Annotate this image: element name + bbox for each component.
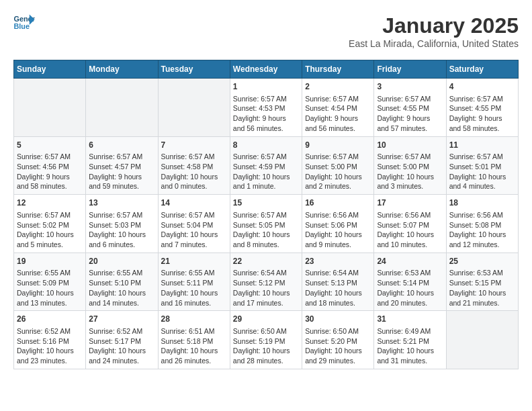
calendar-cell — [446, 311, 518, 369]
month-title: January 2025 — [349, 13, 519, 38]
day-info: Sunrise: 6:49 AM Sunset: 5:21 PM Dayligh… — [377, 326, 443, 366]
calendar-cell: 11Sunrise: 6:57 AM Sunset: 5:01 PM Dayli… — [446, 136, 518, 195]
day-info: Sunrise: 6:55 AM Sunset: 5:10 PM Dayligh… — [89, 268, 154, 308]
day-info: Sunrise: 6:57 AM Sunset: 5:05 PM Dayligh… — [233, 210, 299, 250]
weekday-header-saturday: Saturday — [446, 60, 518, 79]
day-number: 10 — [377, 140, 443, 151]
weekday-header-wednesday: Wednesday — [230, 60, 302, 79]
day-number: 13 — [89, 197, 154, 209]
calendar-cell — [14, 79, 86, 137]
day-number: 30 — [305, 314, 371, 325]
calendar-cell: 21Sunrise: 6:55 AM Sunset: 5:11 PM Dayli… — [158, 253, 230, 311]
day-number: 17 — [377, 197, 443, 209]
day-number: 27 — [89, 314, 154, 325]
calendar-cell: 3Sunrise: 6:57 AM Sunset: 4:55 PM Daylig… — [374, 79, 446, 137]
calendar-cell: 8Sunrise: 6:57 AM Sunset: 4:59 PM Daylig… — [230, 136, 302, 195]
calendar-cell: 13Sunrise: 6:57 AM Sunset: 5:03 PM Dayli… — [86, 195, 158, 253]
day-number: 29 — [233, 314, 299, 325]
calendar-cell: 10Sunrise: 6:57 AM Sunset: 5:00 PM Dayli… — [374, 136, 446, 195]
day-info: Sunrise: 6:57 AM Sunset: 4:53 PM Dayligh… — [233, 94, 299, 134]
day-number: 26 — [17, 314, 83, 325]
day-number: 12 — [17, 197, 83, 209]
day-number: 14 — [161, 197, 227, 209]
weekday-header-sunday: Sunday — [14, 60, 86, 79]
calendar-week-row: 26Sunrise: 6:52 AM Sunset: 5:16 PM Dayli… — [14, 311, 519, 369]
calendar-cell: 15Sunrise: 6:57 AM Sunset: 5:05 PM Dayli… — [230, 195, 302, 253]
calendar-cell: 12Sunrise: 6:57 AM Sunset: 5:02 PM Dayli… — [14, 195, 86, 253]
day-number: 23 — [305, 256, 371, 267]
weekday-header-friday: Friday — [374, 60, 446, 79]
day-info: Sunrise: 6:50 AM Sunset: 5:20 PM Dayligh… — [305, 326, 371, 366]
calendar-cell: 22Sunrise: 6:54 AM Sunset: 5:12 PM Dayli… — [230, 253, 302, 311]
calendar-cell: 17Sunrise: 6:56 AM Sunset: 5:07 PM Dayli… — [374, 195, 446, 253]
calendar-cell: 2Sunrise: 6:57 AM Sunset: 4:54 PM Daylig… — [302, 79, 374, 137]
calendar-cell: 25Sunrise: 6:53 AM Sunset: 5:15 PM Dayli… — [446, 253, 518, 311]
day-number: 20 — [89, 256, 154, 267]
day-number: 6 — [89, 140, 154, 151]
day-info: Sunrise: 6:56 AM Sunset: 5:07 PM Dayligh… — [377, 210, 443, 250]
day-number: 16 — [305, 197, 371, 209]
day-number: 22 — [233, 256, 299, 267]
calendar-cell — [158, 79, 230, 137]
day-info: Sunrise: 6:53 AM Sunset: 5:15 PM Dayligh… — [449, 268, 515, 308]
weekday-header-tuesday: Tuesday — [158, 60, 230, 79]
calendar-cell: 4Sunrise: 6:57 AM Sunset: 4:55 PM Daylig… — [446, 79, 518, 137]
day-info: Sunrise: 6:55 AM Sunset: 5:09 PM Dayligh… — [17, 268, 83, 308]
weekday-header-monday: Monday — [86, 60, 158, 79]
day-info: Sunrise: 6:57 AM Sunset: 4:55 PM Dayligh… — [449, 94, 515, 134]
calendar-cell: 14Sunrise: 6:57 AM Sunset: 5:04 PM Dayli… — [158, 195, 230, 253]
page-header: General Blue January 2025 East La Mirada… — [13, 13, 519, 49]
day-number: 24 — [377, 256, 443, 267]
calendar-cell: 24Sunrise: 6:53 AM Sunset: 5:14 PM Dayli… — [374, 253, 446, 311]
day-info: Sunrise: 6:57 AM Sunset: 4:58 PM Dayligh… — [161, 152, 227, 191]
svg-text:Blue: Blue — [13, 22, 30, 30]
day-number: 3 — [377, 81, 443, 93]
calendar-cell: 27Sunrise: 6:52 AM Sunset: 5:17 PM Dayli… — [86, 311, 158, 369]
day-info: Sunrise: 6:51 AM Sunset: 5:18 PM Dayligh… — [161, 326, 227, 366]
logo-icon: General Blue — [13, 13, 35, 32]
day-info: Sunrise: 6:52 AM Sunset: 5:16 PM Dayligh… — [17, 326, 83, 366]
day-number: 31 — [377, 314, 443, 325]
calendar-cell: 31Sunrise: 6:49 AM Sunset: 5:21 PM Dayli… — [374, 311, 446, 369]
calendar-cell: 26Sunrise: 6:52 AM Sunset: 5:16 PM Dayli… — [14, 311, 86, 369]
day-number: 19 — [17, 256, 83, 267]
day-info: Sunrise: 6:57 AM Sunset: 5:04 PM Dayligh… — [161, 210, 227, 250]
calendar-table: SundayMondayTuesdayWednesdayThursdayFrid… — [13, 60, 519, 369]
calendar-week-row: 5Sunrise: 6:57 AM Sunset: 4:56 PM Daylig… — [14, 136, 519, 195]
calendar-cell: 20Sunrise: 6:55 AM Sunset: 5:10 PM Dayli… — [86, 253, 158, 311]
day-info: Sunrise: 6:54 AM Sunset: 5:12 PM Dayligh… — [233, 268, 299, 308]
calendar-cell: 5Sunrise: 6:57 AM Sunset: 4:56 PM Daylig… — [14, 136, 86, 195]
day-number: 8 — [233, 140, 299, 151]
calendar-week-row: 12Sunrise: 6:57 AM Sunset: 5:02 PM Dayli… — [14, 195, 519, 253]
calendar-cell: 23Sunrise: 6:54 AM Sunset: 5:13 PM Dayli… — [302, 253, 374, 311]
day-number: 1 — [233, 81, 299, 93]
day-number: 15 — [233, 197, 299, 209]
day-number: 25 — [449, 256, 515, 267]
day-number: 18 — [449, 197, 515, 209]
calendar-cell: 30Sunrise: 6:50 AM Sunset: 5:20 PM Dayli… — [302, 311, 374, 369]
weekday-header-thursday: Thursday — [302, 60, 374, 79]
day-number: 11 — [449, 140, 515, 151]
day-info: Sunrise: 6:54 AM Sunset: 5:13 PM Dayligh… — [305, 268, 371, 308]
day-info: Sunrise: 6:57 AM Sunset: 5:03 PM Dayligh… — [89, 210, 154, 250]
calendar-cell: 28Sunrise: 6:51 AM Sunset: 5:18 PM Dayli… — [158, 311, 230, 369]
day-info: Sunrise: 6:57 AM Sunset: 4:55 PM Dayligh… — [377, 94, 443, 134]
day-number: 5 — [17, 140, 83, 151]
day-info: Sunrise: 6:55 AM Sunset: 5:11 PM Dayligh… — [161, 268, 227, 308]
location: East La Mirada, California, United State… — [349, 38, 519, 49]
day-info: Sunrise: 6:57 AM Sunset: 5:00 PM Dayligh… — [377, 152, 443, 191]
day-number: 2 — [305, 81, 371, 93]
day-info: Sunrise: 6:57 AM Sunset: 4:54 PM Dayligh… — [305, 94, 371, 134]
day-info: Sunrise: 6:56 AM Sunset: 5:08 PM Dayligh… — [449, 210, 515, 250]
day-info: Sunrise: 6:57 AM Sunset: 4:59 PM Dayligh… — [233, 152, 299, 191]
day-info: Sunrise: 6:53 AM Sunset: 5:14 PM Dayligh… — [377, 268, 443, 308]
logo: General Blue — [13, 13, 35, 32]
weekday-header-row: SundayMondayTuesdayWednesdayThursdayFrid… — [14, 60, 519, 79]
day-info: Sunrise: 6:56 AM Sunset: 5:06 PM Dayligh… — [305, 210, 371, 250]
day-info: Sunrise: 6:57 AM Sunset: 5:01 PM Dayligh… — [449, 152, 515, 191]
day-info: Sunrise: 6:57 AM Sunset: 5:00 PM Dayligh… — [305, 152, 371, 191]
day-number: 7 — [161, 140, 227, 151]
calendar-week-row: 19Sunrise: 6:55 AM Sunset: 5:09 PM Dayli… — [14, 253, 519, 311]
day-info: Sunrise: 6:57 AM Sunset: 4:57 PM Dayligh… — [89, 152, 154, 191]
calendar-cell: 16Sunrise: 6:56 AM Sunset: 5:06 PM Dayli… — [302, 195, 374, 253]
